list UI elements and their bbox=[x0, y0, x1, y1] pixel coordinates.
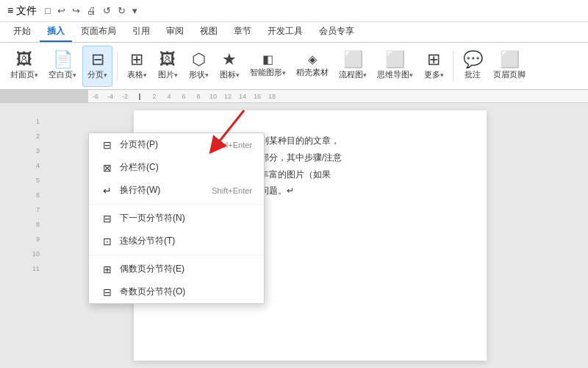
file-menu[interactable]: ≡ 文件 bbox=[4, 3, 40, 19]
daoke-group[interactable]: ◈ 稻壳素材 bbox=[292, 46, 333, 87]
page-num: 10 bbox=[32, 250, 40, 258]
page-num: 5 bbox=[36, 177, 40, 184]
shape-group[interactable]: ⬡ 形状▾ bbox=[184, 46, 213, 87]
right-panel bbox=[576, 103, 588, 368]
column-break-icon: ⊠ bbox=[101, 162, 114, 174]
menu-item-line-break[interactable]: ↵ 换行符(W) Shift+Enter bbox=[89, 179, 264, 202]
odd-page-icon: ⊟ bbox=[101, 286, 114, 298]
ruler-mark: 12 bbox=[220, 93, 235, 100]
undo2-icon[interactable]: ↺ bbox=[101, 4, 113, 17]
page-num: 6 bbox=[36, 191, 40, 199]
page-break-group[interactable]: ⊟ 分页▾ bbox=[82, 46, 112, 87]
daoke-icon: ◈ bbox=[308, 54, 317, 66]
title-bar: ≡ 文件 □ ↩ ↪ 🖨 ↺ ↻ ▾ bbox=[0, 0, 588, 22]
icon-icon: ★ bbox=[222, 52, 237, 68]
continuous-label: 连续分节符(T) bbox=[120, 235, 246, 247]
blank-page-group[interactable]: 📄 空白页▾ bbox=[44, 46, 81, 87]
tab-view[interactable]: 视图 bbox=[193, 22, 225, 42]
shape-icon: ⬡ bbox=[192, 52, 206, 68]
column-break-label: 分栏符(C) bbox=[120, 161, 246, 174]
continuous-icon: ⊡ bbox=[101, 236, 114, 247]
menu-item-continuous[interactable]: ⊡ 连续分节符(T) bbox=[89, 230, 264, 252]
page-break-menu-label: 分页符(P) bbox=[120, 138, 209, 151]
cover-page-icon: 🖼 bbox=[16, 52, 32, 68]
ruler-mark: 18 bbox=[265, 93, 279, 100]
tab-section[interactable]: 章节 bbox=[226, 22, 259, 42]
header-footer-label: 页眉页脚 bbox=[493, 69, 526, 80]
mindmap-label: 思维导图▾ bbox=[377, 69, 413, 80]
page-break-menu-icon: ⊟ bbox=[101, 139, 114, 151]
ruler-mark: 8 bbox=[191, 93, 206, 100]
page-num: 8 bbox=[36, 221, 40, 228]
redo2-icon[interactable]: ↻ bbox=[115, 4, 128, 17]
odd-page-label: 奇数页分节符(O) bbox=[120, 286, 246, 298]
mindmap-group[interactable]: ⬜ 思维导图▾ bbox=[373, 46, 417, 87]
line-break-shortcut: Shift+Enter bbox=[212, 186, 252, 195]
tab-layout[interactable]: 页面布局 bbox=[74, 22, 123, 42]
menu-item-next-page[interactable]: ⊟ 下一页分节符(N) bbox=[89, 207, 264, 230]
tab-review[interactable]: 审阅 bbox=[159, 22, 191, 42]
menu-item-page-break[interactable]: ⊟ 分页符(P) Ctrl+Enter bbox=[89, 133, 264, 156]
ruler-mark: | bbox=[132, 93, 147, 100]
page-num: 1 bbox=[36, 118, 40, 125]
menu-item-column-break[interactable]: ⊠ 分栏符(C) bbox=[89, 156, 264, 179]
print-icon[interactable]: 🖨 bbox=[85, 4, 98, 17]
comment-group[interactable]: 💬 批注 bbox=[458, 46, 487, 87]
next-page-icon: ⊟ bbox=[101, 213, 114, 224]
ruler-mark: 10 bbox=[206, 93, 220, 100]
separator-1 bbox=[117, 52, 118, 81]
ruler-mark: 2 bbox=[147, 93, 162, 100]
table-group[interactable]: ⊞ 表格▾ bbox=[122, 46, 151, 87]
redo-icon[interactable]: ↪ bbox=[70, 4, 82, 17]
mindmap-icon: ⬜ bbox=[385, 52, 405, 68]
comment-icon: 💬 bbox=[463, 52, 483, 68]
page-break-shortcut: Ctrl+Enter bbox=[215, 141, 252, 149]
page-break-label: 分页▾ bbox=[87, 69, 107, 80]
tab-start[interactable]: 开始 bbox=[6, 22, 38, 42]
image-label: 图片▾ bbox=[158, 69, 178, 80]
tab-developer[interactable]: 开发工具 bbox=[260, 22, 310, 42]
menu-item-odd-page[interactable]: ⊟ 奇数页分节符(O) bbox=[89, 280, 264, 303]
shape-label: 形状▾ bbox=[189, 69, 209, 80]
image-group[interactable]: 🖼 图片▾ bbox=[153, 46, 182, 87]
comment-label: 批注 bbox=[465, 69, 481, 80]
more-icon[interactable]: ▾ bbox=[130, 4, 140, 17]
more-group[interactable]: ⊞ 更多▾ bbox=[419, 46, 448, 87]
save-icon[interactable]: □ bbox=[43, 4, 53, 17]
ruler-mark: 6 bbox=[176, 93, 191, 100]
ruler-mark: 4 bbox=[162, 93, 176, 100]
image-icon: 🖼 bbox=[159, 52, 176, 68]
title-icons: □ ↩ ↪ 🖨 ↺ ↻ ▾ bbox=[43, 4, 140, 17]
icon-group[interactable]: ★ 图标▾ bbox=[215, 46, 244, 87]
undo-icon[interactable]: ↩ bbox=[55, 4, 68, 17]
page-num: 9 bbox=[36, 236, 40, 243]
more-icon: ⊞ bbox=[427, 52, 440, 68]
tab-insert[interactable]: 插入 bbox=[40, 22, 72, 42]
ruler: -6 -4 -2 | 2 4 6 8 10 12 14 16 18 bbox=[0, 90, 588, 103]
page-break-icon: ⊟ bbox=[91, 52, 104, 68]
ribbon-toolbar: 🖼 封面页▾ 📄 空白页▾ ⊟ 分页▾ ⊞ 表格▾ 🖼 图片▾ ⬡ 形状▾ ★ … bbox=[0, 43, 588, 90]
smart-art-group[interactable]: ◧ 智能图形▾ bbox=[245, 46, 290, 87]
page-num: 7 bbox=[36, 206, 40, 213]
menu-sep-2 bbox=[89, 255, 264, 255]
cover-page-group[interactable]: 🖼 封面页▾ bbox=[6, 46, 43, 87]
cover-page-label: 封面页▾ bbox=[10, 69, 38, 80]
page-num: 11 bbox=[32, 265, 40, 272]
flowchart-group[interactable]: ⬜ 流程图▾ bbox=[334, 46, 371, 87]
menu-item-even-page[interactable]: ⊞ 偶数页分节符(E) bbox=[89, 258, 264, 280]
tab-reference[interactable]: 引用 bbox=[125, 22, 157, 42]
header-footer-group[interactable]: ⬜ 页眉页脚 bbox=[489, 46, 530, 87]
menu-sep-1 bbox=[89, 204, 264, 205]
page-break-dropdown: ⊟ 分页符(P) Ctrl+Enter ⊠ 分栏符(C) ↵ 换行符(W) Sh… bbox=[88, 132, 265, 304]
tab-vip[interactable]: 会员专享 bbox=[312, 22, 362, 42]
page-num: 2 bbox=[36, 132, 40, 140]
next-page-label: 下一页分节符(N) bbox=[120, 212, 246, 224]
even-page-label: 偶数页分节符(E) bbox=[120, 263, 246, 275]
page-num: 4 bbox=[36, 162, 40, 169]
ribbon-tabs: 开始 插入 页面布局 引用 审阅 视图 章节 开发工具 会员专享 bbox=[0, 22, 588, 43]
ruler-mark: -2 bbox=[118, 93, 132, 100]
table-label: 表格▾ bbox=[127, 69, 147, 80]
more-label: 更多▾ bbox=[424, 69, 444, 80]
icon-label: 图标▾ bbox=[220, 69, 240, 80]
page-num: 3 bbox=[36, 147, 40, 155]
